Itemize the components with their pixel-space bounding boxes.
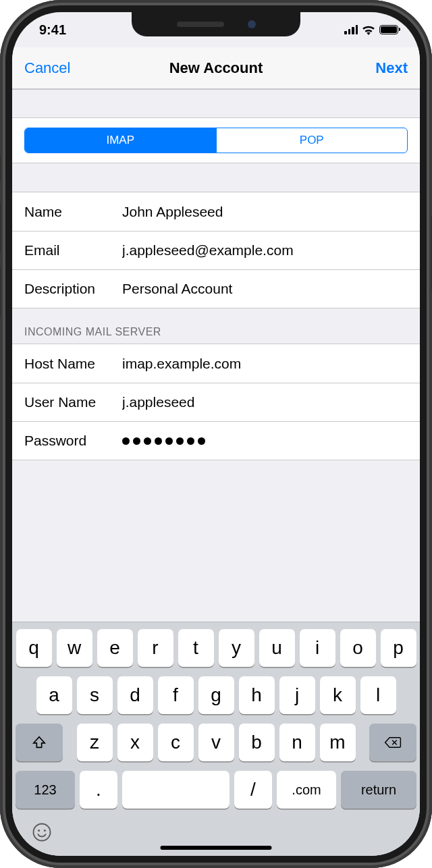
password-row: Password: [12, 421, 420, 460]
page-title: New Account: [169, 59, 263, 77]
hostname-label: Host Name: [24, 356, 122, 372]
backspace-icon: [384, 736, 402, 749]
name-input[interactable]: [122, 192, 420, 231]
password-label: Password: [24, 433, 122, 449]
segment-pop[interactable]: POP: [216, 128, 408, 153]
home-indicator[interactable]: [161, 846, 272, 850]
numeric-key[interactable]: 123: [16, 771, 75, 809]
clock: 9:41: [39, 22, 66, 38]
shift-icon: [32, 735, 47, 750]
protocol-segmented-control: IMAP POP: [24, 128, 408, 153]
key-y[interactable]: y: [219, 629, 254, 667]
key-c[interactable]: c: [158, 724, 194, 761]
slash-key[interactable]: /: [234, 771, 272, 809]
key-k[interactable]: k: [320, 676, 356, 714]
key-i[interactable]: i: [300, 629, 335, 667]
volume-up-button: [0, 202, 1, 253]
email-row: Email: [12, 231, 420, 269]
description-row: Description: [12, 269, 420, 308]
key-f[interactable]: f: [158, 676, 194, 714]
emoji-icon: [32, 822, 52, 842]
volume-down-button: [0, 267, 1, 317]
cancel-button[interactable]: Cancel: [24, 59, 85, 77]
password-input[interactable]: [122, 437, 205, 445]
key-b[interactable]: b: [239, 724, 275, 761]
key-a[interactable]: a: [36, 676, 72, 714]
key-n[interactable]: n: [279, 724, 315, 761]
notch: [132, 12, 300, 36]
shift-key[interactable]: [16, 724, 63, 761]
key-s[interactable]: s: [77, 676, 113, 714]
nav-bar: Cancel New Account Next: [12, 47, 420, 89]
hostname-input[interactable]: [122, 344, 420, 383]
front-camera: [248, 20, 256, 28]
segment-imap[interactable]: IMAP: [25, 128, 216, 153]
username-input[interactable]: [122, 383, 420, 421]
backspace-key[interactable]: [369, 724, 416, 761]
period-key[interactable]: .: [80, 771, 117, 809]
phone-frame: 9:41 Cancel New Account Next IMAP POP: [0, 0, 432, 868]
key-w[interactable]: w: [57, 629, 92, 667]
incoming-server-header: INCOMING MAIL SERVER: [12, 308, 420, 344]
key-j[interactable]: j: [279, 676, 315, 714]
mute-switch: [0, 155, 1, 182]
key-q[interactable]: q: [16, 629, 52, 667]
key-z[interactable]: z: [77, 724, 113, 761]
account-info-group: Name Email Description: [12, 192, 420, 308]
speaker: [177, 22, 224, 27]
incoming-server-group: Host Name User Name Password: [12, 344, 420, 460]
wifi-icon: [362, 25, 375, 35]
key-h[interactable]: h: [239, 676, 275, 714]
name-label: Name: [24, 204, 122, 220]
hostname-row: Host Name: [12, 344, 420, 383]
name-row: Name: [12, 192, 420, 231]
key-p[interactable]: p: [381, 629, 416, 667]
username-row: User Name: [12, 383, 420, 421]
emoji-key[interactable]: [32, 822, 52, 847]
next-button[interactable]: Next: [347, 59, 408, 77]
screen: 9:41 Cancel New Account Next IMAP POP: [12, 12, 420, 856]
key-u[interactable]: u: [259, 629, 295, 667]
description-label: Description: [24, 281, 122, 297]
username-label: User Name: [24, 394, 122, 410]
dotcom-key[interactable]: .com: [277, 771, 336, 809]
key-d[interactable]: d: [117, 676, 153, 714]
email-input[interactable]: [122, 232, 420, 269]
keyboard: qwertyuiop asdfghjkl zxcvbnm 123 . / .co…: [12, 622, 420, 856]
key-o[interactable]: o: [340, 629, 376, 667]
return-key[interactable]: return: [341, 771, 416, 809]
key-x[interactable]: x: [117, 724, 153, 761]
key-g[interactable]: g: [198, 676, 234, 714]
svg-point-1: [38, 830, 40, 832]
svg-point-2: [44, 830, 46, 832]
svg-point-0: [34, 823, 51, 840]
email-label: Email: [24, 242, 122, 259]
key-m[interactable]: m: [320, 724, 356, 761]
space-key[interactable]: [122, 771, 230, 809]
key-r[interactable]: r: [138, 629, 173, 667]
key-l[interactable]: l: [360, 676, 396, 714]
key-v[interactable]: v: [198, 724, 234, 761]
description-input[interactable]: [122, 270, 420, 308]
key-e[interactable]: e: [97, 629, 133, 667]
battery-icon: [379, 25, 398, 34]
key-t[interactable]: t: [178, 629, 214, 667]
cell-signal-icon: [344, 25, 358, 34]
